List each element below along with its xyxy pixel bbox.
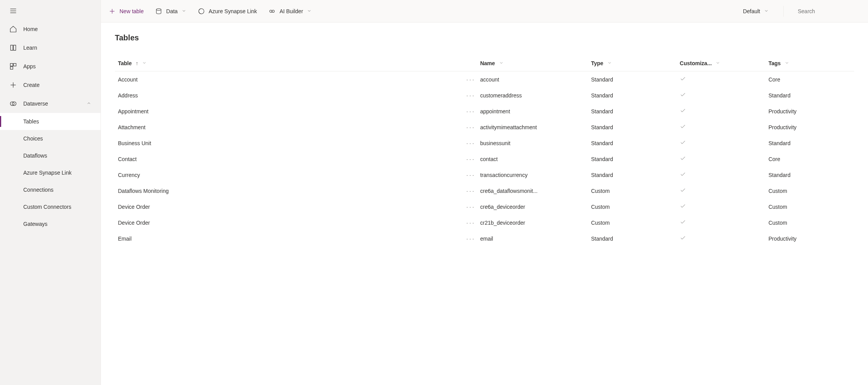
cell-type: Standard (588, 231, 677, 246)
cell-name: cre6a_dataflowsmonit... (477, 183, 588, 199)
svg-rect-3 (10, 64, 13, 66)
table-row[interactable]: Appointment· · ·appointmentStandardProdu… (115, 103, 854, 119)
sidebar-subitem-synapse[interactable]: Azure Synapse Link (0, 164, 100, 181)
environment-switcher[interactable]: Default (735, 6, 773, 17)
chevron-down-icon (307, 8, 312, 14)
sidebar-subitem-connections[interactable]: Connections (0, 181, 100, 198)
sidebar-subitem-choices[interactable]: Choices (0, 130, 100, 147)
dataverse-icon (9, 100, 17, 108)
synapse-button[interactable]: Azure Synapse Link (197, 5, 258, 17)
cell-tags: Custom (765, 183, 854, 199)
col-header-type[interactable]: Type (588, 55, 677, 71)
row-actions-button[interactable]: · · · (366, 231, 477, 246)
sidebar-subitem-dataflows[interactable]: Dataflows (0, 147, 100, 164)
table-row[interactable]: Contact· · ·contactStandardCore (115, 151, 854, 167)
sidebar-item-dataverse[interactable]: Dataverse (0, 94, 100, 113)
cell-table: Account (115, 71, 366, 88)
row-actions-button[interactable]: · · · (366, 103, 477, 119)
table-row[interactable]: Device Order· · ·cr21b_deviceorderCustom… (115, 215, 854, 231)
row-actions-button[interactable]: · · · (366, 199, 477, 215)
row-actions-button[interactable]: · · · (366, 167, 477, 183)
command-bar: New table Data Azure Synapse Link AI Bui… (101, 0, 868, 23)
cell-type: Standard (588, 135, 677, 151)
sidebar-item-create[interactable]: Create (0, 76, 100, 94)
chevron-down-icon (716, 60, 720, 66)
hamburger-button[interactable] (0, 0, 100, 20)
table-row[interactable]: Account· · ·accountStandardCore (115, 71, 854, 88)
cell-type: Standard (588, 87, 677, 103)
sidebar-subitem-tables[interactable]: Tables (0, 113, 100, 130)
main: New table Data Azure Synapse Link AI Bui… (101, 0, 868, 385)
col-header-table[interactable]: Table ↑ (115, 55, 366, 71)
svg-rect-5 (10, 67, 13, 69)
cell-name: businessunit (477, 135, 588, 151)
cell-name: customeraddress (477, 87, 588, 103)
table-row[interactable]: Business Unit· · ·businessunitStandardSt… (115, 135, 854, 151)
cell-customizable (677, 183, 766, 199)
table-row[interactable]: Dataflows Monitoring· · ·cre6a_dataflows… (115, 183, 854, 199)
sidebar-item-label: Dataverse (23, 101, 48, 107)
row-actions-button[interactable]: · · · (366, 151, 477, 167)
chevron-up-icon (87, 101, 91, 107)
page-title: Tables (115, 33, 854, 42)
search-input[interactable] (798, 8, 859, 14)
cell-type: Standard (588, 167, 677, 183)
sidebar-subitem-label: Dataflows (23, 153, 47, 159)
sidebar-subitem-label: Gateways (23, 221, 47, 227)
content: Tables Table ↑ Name (101, 23, 868, 385)
sidebar-subitem-label: Custom Connectors (23, 204, 71, 210)
cell-customizable (677, 71, 766, 88)
ai-builder-button[interactable]: AI Builder (268, 5, 312, 17)
search-box[interactable] (783, 6, 861, 17)
grid-body: Account· · ·accountStandardCoreAddress· … (115, 71, 854, 247)
ai-builder-icon (269, 8, 275, 15)
svg-point-12 (156, 9, 161, 10)
cell-name: activitymimeattachment (477, 119, 588, 135)
cmd-label: Azure Synapse Link (209, 8, 257, 14)
data-button[interactable]: Data (154, 5, 187, 17)
cell-table: Attachment (115, 119, 366, 135)
cell-customizable (677, 119, 766, 135)
row-actions-button[interactable]: · · · (366, 135, 477, 151)
sidebar-item-learn[interactable]: Learn (0, 38, 100, 57)
row-actions-button[interactable]: · · · (366, 87, 477, 103)
cell-name: account (477, 71, 588, 88)
table-row[interactable]: Device Order· · ·cre6a_deviceorderCustom… (115, 199, 854, 215)
row-actions-button[interactable]: · · · (366, 71, 477, 88)
row-actions-button[interactable]: · · · (366, 119, 477, 135)
chevron-down-icon (499, 60, 504, 66)
table-row[interactable]: Currency· · ·transactioncurrencyStandard… (115, 167, 854, 183)
row-actions-button[interactable]: · · · (366, 183, 477, 199)
cell-table: Device Order (115, 199, 366, 215)
sidebar-subitem-custom-connectors[interactable]: Custom Connectors (0, 198, 100, 215)
nav-list: Home Learn Apps Create Dataverse (0, 20, 100, 232)
sidebar-item-home[interactable]: Home (0, 20, 100, 38)
plus-icon (9, 81, 17, 89)
sidebar-subitem-gateways[interactable]: Gateways (0, 215, 100, 232)
sidebar-subitem-label: Connections (23, 187, 54, 193)
cell-type: Custom (588, 183, 677, 199)
table-row[interactable]: Address· · ·customeraddressStandardStand… (115, 87, 854, 103)
cell-tags: Custom (765, 215, 854, 231)
cell-table: Contact (115, 151, 366, 167)
sidebar-item-apps[interactable]: Apps (0, 57, 100, 76)
col-header-tags[interactable]: Tags (765, 55, 854, 71)
row-actions-button[interactable]: · · · (366, 215, 477, 231)
new-table-button[interactable]: New table (108, 5, 144, 17)
col-header-customizable[interactable]: Customiza... (677, 55, 766, 71)
table-row[interactable]: Attachment· · ·activitymimeattachmentSta… (115, 119, 854, 135)
cell-tags: Productivity (765, 119, 854, 135)
synapse-icon (198, 8, 205, 15)
col-header-name[interactable]: Name (477, 55, 588, 71)
cell-table: Address (115, 87, 366, 103)
cell-type: Standard (588, 119, 677, 135)
table-row[interactable]: Email· · ·emailStandardProductivity (115, 231, 854, 246)
cell-type: Custom (588, 215, 677, 231)
cell-customizable (677, 215, 766, 231)
hamburger-icon (9, 10, 17, 16)
cell-customizable (677, 167, 766, 183)
col-header-label: Customiza... (680, 60, 712, 66)
database-icon (155, 8, 162, 15)
cell-name: contact (477, 151, 588, 167)
cell-table: Appointment (115, 103, 366, 119)
